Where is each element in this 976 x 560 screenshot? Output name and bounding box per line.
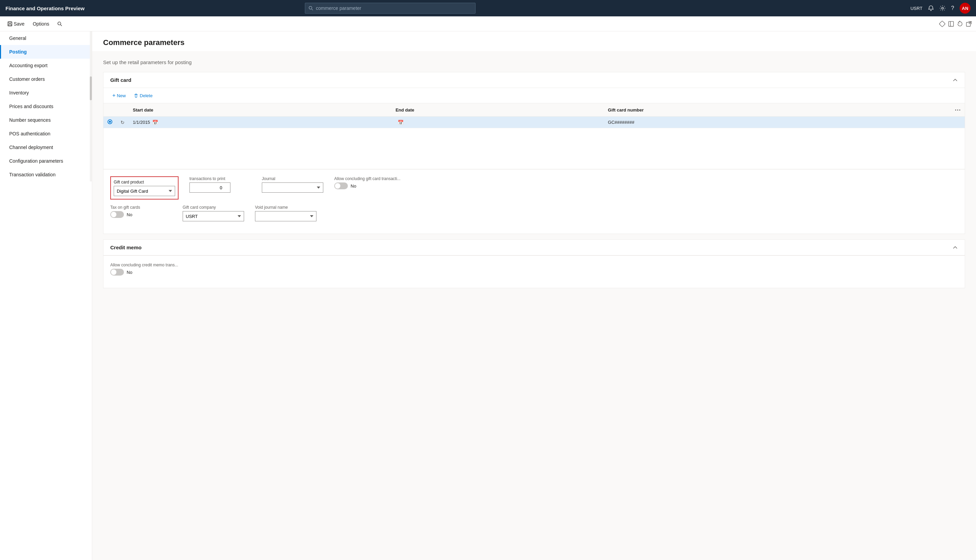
- gift-card-product-label: Gift card product: [114, 180, 175, 185]
- delete-button[interactable]: Delete: [130, 92, 156, 100]
- table-row[interactable]: ↻ 1/1/2015 📅 📅: [104, 117, 965, 128]
- sidebar-scrollbar[interactable]: [90, 32, 92, 182]
- svg-rect-4: [9, 22, 11, 23]
- command-bar: Save Options: [0, 17, 976, 32]
- page-title: Commerce parameters: [92, 32, 976, 51]
- svg-point-6: [58, 22, 61, 25]
- gift-card-company-select[interactable]: USRT: [183, 211, 244, 221]
- allow-concluding-label: Allow concluding gift card transacti...: [334, 176, 400, 181]
- top-navigation: Finance and Operations Preview USRT ? AN: [0, 0, 976, 17]
- gift-card-grid: Start date End date Gift card number ⋯: [104, 103, 965, 169]
- credit-memo-allow-concluding-label: Allow concluding credit memo trans...: [110, 263, 178, 267]
- allow-concluding-toggle-container: No: [334, 182, 400, 189]
- notification-icon[interactable]: [928, 5, 934, 11]
- tax-toggle[interactable]: [110, 211, 124, 218]
- transactions-to-print-input[interactable]: [189, 182, 231, 193]
- credit-memo-form: Allow concluding credit memo trans... No: [104, 255, 965, 288]
- external-icon[interactable]: [966, 21, 972, 27]
- sidebar-item-inventory[interactable]: Inventory: [0, 86, 90, 100]
- sidebar-item-accounting-export[interactable]: Accounting export: [0, 59, 90, 72]
- options-label: Options: [33, 21, 49, 27]
- row-radio-checked[interactable]: [107, 119, 112, 124]
- gift-card-product-group: Gift card product Digital Gift Card Phys…: [110, 176, 179, 200]
- credit-memo-toggle-knob: [111, 270, 116, 275]
- collapse-gift-card-icon[interactable]: [953, 77, 958, 83]
- row-radio-cell: [104, 117, 116, 128]
- gift-card-company-group: Gift card company USRT: [183, 205, 244, 221]
- new-button[interactable]: + New: [109, 91, 129, 100]
- gift-card-product-select[interactable]: Digital Gift Card Physical Gift Card: [114, 186, 175, 196]
- col-select: [104, 103, 116, 117]
- sidebar: General Posting Accounting export Custom…: [0, 32, 92, 560]
- start-date-cell: 1/1/2015 📅: [129, 117, 391, 128]
- gift-card-form-row-1: Gift card product Digital Gift Card Phys…: [110, 176, 958, 200]
- allow-concluding-toggle[interactable]: [334, 182, 348, 189]
- journal-select[interactable]: [262, 182, 323, 193]
- gift-card-form-row-2: Tax on gift cards No Gift card company: [110, 205, 958, 221]
- app-title: Finance and Operations Preview: [5, 5, 85, 11]
- column-more-icon[interactable]: ⋯: [954, 107, 961, 113]
- credit-memo-toggle-label: No: [127, 270, 132, 275]
- save-button[interactable]: Save: [4, 19, 28, 28]
- gift-card-toolbar: + New Delete: [104, 88, 965, 103]
- credit-memo-title-bar: Credit memo: [104, 240, 965, 255]
- sidebar-item-configuration-parameters[interactable]: Configuration parameters: [0, 154, 90, 168]
- tax-on-gift-cards-group: Tax on gift cards No: [110, 205, 172, 221]
- svg-rect-8: [939, 21, 945, 27]
- sidebar-item-customer-orders[interactable]: Customer orders: [0, 72, 90, 86]
- avatar[interactable]: AN: [959, 3, 971, 13]
- allow-concluding-toggle-knob: [335, 183, 340, 188]
- start-date-calendar-icon[interactable]: 📅: [152, 120, 158, 125]
- diamond-icon[interactable]: [939, 21, 945, 27]
- end-date-calendar-icon[interactable]: 📅: [398, 120, 403, 125]
- transactions-to-print-label: transactions to print: [189, 176, 251, 181]
- col-end-date: End date: [391, 103, 604, 117]
- sidebar-item-pos-authentication[interactable]: POS authentication: [0, 127, 90, 140]
- tax-on-gift-cards-label: Tax on gift cards: [110, 205, 172, 210]
- pane-icon[interactable]: [948, 21, 954, 27]
- gift-card-title-bar: Gift card: [104, 72, 965, 88]
- sidebar-item-transaction-validation[interactable]: Transaction validation: [0, 168, 90, 182]
- tax-toggle-knob: [111, 212, 116, 217]
- credit-memo-toggle[interactable]: [110, 269, 124, 275]
- reload-icon[interactable]: [957, 21, 963, 27]
- page-layout: General Posting Accounting export Custom…: [0, 32, 976, 560]
- help-icon[interactable]: ?: [951, 5, 954, 11]
- search-options-button[interactable]: [54, 20, 65, 28]
- settings-icon[interactable]: [939, 5, 946, 11]
- sidebar-item-prices-and-discounts[interactable]: Prices and discounts: [0, 100, 90, 113]
- void-journal-name-select[interactable]: [255, 211, 316, 221]
- tax-toggle-label: No: [127, 212, 132, 217]
- row-more-cell: [950, 117, 965, 128]
- gift-card-form: Gift card product Digital Gift Card Phys…: [104, 169, 965, 233]
- search-input[interactable]: [316, 5, 472, 11]
- collapse-credit-memo-icon[interactable]: [953, 245, 958, 250]
- svg-point-0: [309, 7, 312, 9]
- credit-memo-section: Credit memo Allow concluding credit memo…: [103, 239, 965, 288]
- col-gift-card-number: Gift card number: [604, 103, 950, 117]
- svg-rect-5: [8, 24, 12, 25]
- save-label: Save: [13, 21, 25, 27]
- journal-label: Journal: [262, 176, 323, 181]
- gift-card-title: Gift card: [110, 77, 132, 83]
- sidebar-item-posting[interactable]: Posting: [0, 45, 90, 59]
- search-bar[interactable]: [305, 3, 476, 13]
- sidebar-item-number-sequences[interactable]: Number sequences: [0, 113, 90, 127]
- svg-line-1: [312, 9, 313, 10]
- svg-line-7: [60, 25, 62, 26]
- save-icon: [8, 22, 12, 26]
- user-label: USRT: [911, 6, 923, 11]
- end-date-cell: 📅: [391, 117, 604, 128]
- col-refresh: [116, 103, 129, 117]
- void-journal-name-label: Void journal name: [255, 205, 316, 210]
- command-bar-right: [939, 21, 972, 27]
- empty-grid-space: [104, 128, 965, 169]
- sidebar-item-general[interactable]: General: [0, 32, 90, 45]
- gift-card-section: Gift card + New Delete: [103, 72, 965, 234]
- search-options-icon: [57, 22, 62, 26]
- row-refresh-icon[interactable]: ↻: [120, 120, 125, 125]
- col-more: ⋯: [950, 103, 965, 117]
- sidebar-item-channel-deployment[interactable]: Channel deployment: [0, 140, 90, 154]
- options-button[interactable]: Options: [29, 19, 53, 28]
- delete-label: Delete: [140, 93, 152, 98]
